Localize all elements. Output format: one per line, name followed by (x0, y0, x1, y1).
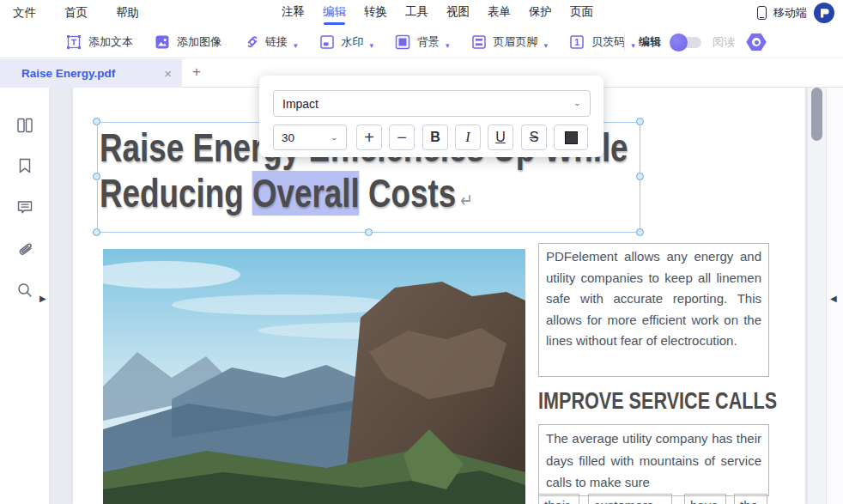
tab-comment[interactable]: 注释 (282, 1, 305, 25)
italic-button[interactable]: I (455, 124, 481, 150)
scrollbar-thumb[interactable] (811, 88, 822, 141)
font-properties-panel: Impact ⌄ 30 ⌄ + − B I U S (259, 76, 603, 157)
add-text-button[interactable]: 添加文本 (65, 33, 133, 51)
menu-help[interactable]: 帮助 (116, 5, 139, 21)
expand-left-panel-arrow[interactable]: ▶ (39, 294, 46, 303)
document-tab-active[interactable]: Raise Energy.pdf × (0, 59, 182, 88)
tab-page[interactable]: 页面 (570, 1, 593, 25)
header-footer-label: 页眉页脚 (494, 34, 538, 50)
font-family-value: Impact (282, 97, 318, 111)
underline-button[interactable]: U (488, 124, 513, 150)
close-tab-icon[interactable]: × (164, 66, 172, 81)
selection-handle-bottom-middle[interactable] (365, 228, 373, 236)
mobile-phone-icon (757, 6, 767, 20)
selection-handle-bottom-left[interactable] (93, 228, 100, 236)
comments-icon[interactable] (15, 197, 34, 216)
background-label: 背景 (417, 34, 440, 50)
edit-mode-label: 编辑 (639, 34, 661, 50)
word-textbox[interactable]: customers (588, 494, 672, 504)
bates-dropdown-caret[interactable]: ▾ (631, 41, 635, 50)
tab-edit[interactable]: 编辑 (323, 1, 346, 25)
strikethrough-button[interactable]: S (521, 124, 547, 150)
link-dropdown-caret[interactable]: ▾ (294, 41, 298, 50)
add-text-icon (65, 33, 82, 51)
bates-number-icon: 1 (568, 33, 585, 51)
tab-tools[interactable]: 工具 (405, 1, 428, 25)
selection-handle-top-right[interactable] (636, 118, 644, 125)
mode-switch-group: 编辑 阅读 (639, 26, 767, 58)
ribbon-tabs: 注释 编辑 转换 工具 视图 表单 保护 页面 (282, 0, 593, 26)
paragraph1-text: PDFelement allows any energy and utility… (539, 244, 768, 355)
watermark-icon (318, 33, 336, 51)
word-textbox[interactable]: their (538, 494, 579, 504)
toolbar: 添加文本 添加图像 链接 ▾ 水印 ▾ (0, 26, 843, 58)
link-label: 链接 (265, 34, 288, 50)
color-swatch (565, 131, 578, 144)
bates-number-button[interactable]: 1 贝茨码 ▾ (568, 33, 635, 51)
read-mode-label: 阅读 (713, 34, 735, 50)
menu-left-group: 文件 首页 帮助 (13, 0, 139, 26)
add-image-button[interactable]: 添加图像 (154, 33, 221, 51)
svg-text:1: 1 (574, 37, 579, 47)
menu-file[interactable]: 文件 (13, 5, 36, 21)
watermark-button[interactable]: 水印 ▾ (318, 33, 374, 51)
watermark-dropdown-caret[interactable]: ▾ (370, 41, 374, 50)
add-image-label: 添加图像 (177, 34, 221, 50)
app-logo-icon[interactable] (814, 3, 834, 23)
selection-handle-bottom-right[interactable] (636, 228, 644, 236)
menu-home[interactable]: 首页 (64, 5, 88, 21)
selection-handle-top-left[interactable] (93, 118, 100, 125)
selection-handle-middle-right[interactable] (636, 173, 644, 180)
settings-hexagon-icon[interactable] (746, 33, 767, 52)
header-footer-dropdown-caret[interactable]: ▾ (544, 41, 549, 50)
page-thumbnails-icon[interactable] (15, 116, 34, 135)
word-textbox[interactable]: have (684, 494, 726, 504)
tab-view[interactable]: 视图 (446, 1, 470, 25)
document-tab-title: Raise Energy.pdf (21, 67, 115, 80)
word-textbox[interactable]: the (734, 494, 767, 504)
search-icon[interactable] (15, 281, 34, 300)
chevron-down-icon: ⌄ (573, 99, 581, 107)
vertical-scrollbar[interactable] (808, 88, 826, 504)
header-footer-icon (470, 33, 488, 51)
bold-button[interactable]: B (422, 124, 448, 150)
attachments-icon[interactable] (15, 239, 34, 258)
font-size-value: 30 (282, 131, 294, 144)
link-button[interactable]: 链接 ▾ (242, 33, 298, 51)
mountain-photo[interactable] (103, 249, 525, 504)
background-dropdown-caret[interactable]: ▾ (446, 41, 450, 50)
watermark-label: 水印 (342, 34, 364, 50)
tab-form[interactable]: 表单 (488, 1, 511, 25)
bates-number-label: 贝茨码 (591, 34, 625, 50)
header-footer-button[interactable]: 页眉页脚 ▾ (470, 33, 549, 51)
decrease-font-button[interactable]: − (389, 124, 415, 150)
add-text-label: 添加文本 (88, 34, 133, 50)
collapse-right-panel-arrow[interactable]: ◀ (830, 294, 837, 303)
tab-protect[interactable]: 保护 (529, 1, 552, 25)
menu-right-group: 移动端 (757, 0, 834, 26)
edit-read-toggle[interactable] (672, 37, 701, 48)
paragraph2-textbox[interactable]: The average utility company has their da… (538, 424, 769, 496)
toolbar-divider (624, 33, 625, 51)
background-button[interactable]: 背景 ▾ (394, 33, 450, 51)
background-icon (394, 33, 411, 51)
paragraph1-textbox[interactable]: PDFelement allows any energy and utility… (538, 243, 769, 377)
paragraph2-text: The average utility company has their da… (539, 425, 768, 496)
section-heading[interactable]: IMPROVE SERVICE CALLS (538, 388, 805, 415)
selection-handle-middle-left[interactable] (93, 173, 100, 180)
chevron-down-icon: ⌄ (331, 133, 338, 142)
bookmarks-icon[interactable] (15, 156, 34, 175)
new-tab-icon[interactable]: + (192, 64, 201, 81)
add-image-icon (154, 33, 171, 51)
font-size-select[interactable]: 30 ⌄ (273, 124, 347, 150)
font-family-select[interactable]: Impact ⌄ (273, 90, 591, 117)
mobile-link[interactable]: 移动端 (773, 5, 807, 21)
link-icon (242, 33, 259, 51)
font-color-button[interactable] (554, 124, 588, 150)
toolbar-left-group: 添加文本 添加图像 链接 ▾ 水印 ▾ (65, 26, 635, 58)
tab-convert[interactable]: 转换 (364, 1, 387, 25)
increase-font-button[interactable]: + (356, 124, 382, 150)
menubar: 文件 首页 帮助 注释 编辑 转换 工具 视图 表单 保护 页面 移动端 (0, 0, 843, 26)
toggle-knob[interactable] (670, 33, 688, 52)
